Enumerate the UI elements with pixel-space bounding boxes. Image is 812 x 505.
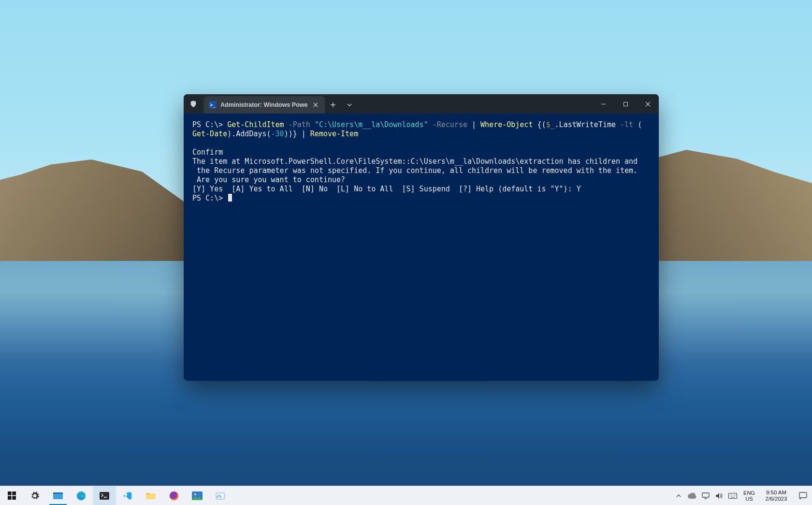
titlebar-drag-area[interactable] — [358, 94, 592, 114]
flag-recurse: -Recurse — [433, 120, 467, 129]
svg-point-12 — [194, 493, 196, 495]
terminal-body[interactable]: PS C:\> Get-ChildItem -Path "C:\Users\m_… — [184, 114, 659, 381]
taskbar-file-explorer-icon[interactable] — [139, 486, 162, 505]
tray-volume-icon[interactable] — [712, 486, 726, 505]
svg-rect-6 — [53, 492, 63, 494]
svg-rect-14 — [702, 493, 709, 497]
taskbar-photos-icon[interactable] — [186, 486, 209, 505]
svg-rect-4 — [12, 496, 16, 500]
clock-date: 2/6/2023 — [766, 496, 787, 502]
lang-code: ENG — [743, 490, 755, 496]
lang-region: US — [745, 496, 753, 502]
taskbar[interactable]: ENG US 9:50 AM 2/6/2023 — [0, 486, 812, 505]
tab-powershell[interactable]: >_ Administrator: Windows Powe — [204, 96, 325, 114]
svg-rect-16 — [799, 492, 807, 498]
taskbar-edge-icon[interactable] — [70, 486, 93, 505]
tray-clock[interactable]: 9:50 AM 2/6/2023 — [759, 490, 794, 502]
confirm-header: Confirm — [192, 148, 223, 157]
prompt: PS C:\> — [192, 120, 227, 129]
op-lt: -lt — [620, 120, 633, 129]
tab-close-button[interactable] — [311, 101, 320, 109]
svg-rect-8 — [100, 492, 109, 500]
window-controls — [592, 94, 659, 114]
tray-chevron-up-icon[interactable] — [672, 486, 685, 505]
svg-rect-2 — [12, 491, 16, 495]
cmd-get-date: Get-Date — [192, 130, 227, 138]
windows-terminal-window[interactable]: >_ Administrator: Windows Powe PS C:\> G… — [184, 94, 659, 381]
svg-rect-9 — [146, 494, 156, 499]
taskbar-notepad-icon[interactable] — [46, 486, 70, 505]
titlebar[interactable]: >_ Administrator: Windows Powe — [184, 94, 659, 114]
svg-rect-3 — [8, 496, 12, 500]
dollar-underscore: $_ — [546, 120, 555, 129]
tray-onedrive-icon[interactable] — [685, 486, 699, 505]
taskbar-firefox-icon[interactable] — [162, 486, 186, 505]
wallpaper-hill-left — [0, 159, 203, 261]
tray-language[interactable]: ENG US — [740, 490, 759, 502]
svg-rect-1 — [8, 491, 12, 495]
confirm-body: The item at Microsoft.PowerShell.Core\Fi… — [192, 157, 638, 184]
cmd-remove-item: Remove-Item — [310, 130, 358, 138]
tray-keyboard-icon[interactable] — [726, 486, 740, 505]
tray-notifications-icon[interactable] — [794, 492, 812, 499]
admin-shield-icon — [184, 94, 203, 114]
minimize-button[interactable] — [592, 94, 614, 114]
start-button[interactable] — [0, 486, 23, 505]
close-button[interactable] — [637, 94, 659, 114]
taskbar-app-icon[interactable] — [209, 486, 232, 505]
new-tab-button[interactable] — [325, 96, 341, 114]
tab-title: Administrator: Windows Powe — [220, 101, 307, 108]
cmd-get-childitem: Get-ChildItem — [227, 120, 284, 129]
taskbar-terminal-icon[interactable] — [93, 486, 116, 505]
cmd-where-object: Where-Object — [480, 120, 533, 129]
prompt-2: PS C:\> — [192, 194, 227, 202]
powershell-icon: >_ — [209, 101, 217, 109]
svg-rect-0 — [624, 102, 627, 106]
taskbar-settings-icon[interactable] — [23, 486, 46, 505]
tray-display-icon[interactable] — [699, 486, 712, 505]
number-neg30: -30 — [271, 130, 284, 138]
flag-path: -Path — [289, 120, 310, 129]
cursor — [228, 194, 232, 202]
path-string: "C:\Users\m__la\Downloads" — [315, 120, 428, 129]
clock-time: 9:50 AM — [766, 490, 786, 496]
tab-dropdown-button[interactable] — [341, 96, 358, 114]
confirm-choices: [Y] Yes [A] Yes to All [N] No [L] No to … — [192, 185, 581, 193]
taskbar-vscode-icon[interactable] — [116, 486, 139, 505]
maximize-button[interactable] — [614, 94, 637, 114]
